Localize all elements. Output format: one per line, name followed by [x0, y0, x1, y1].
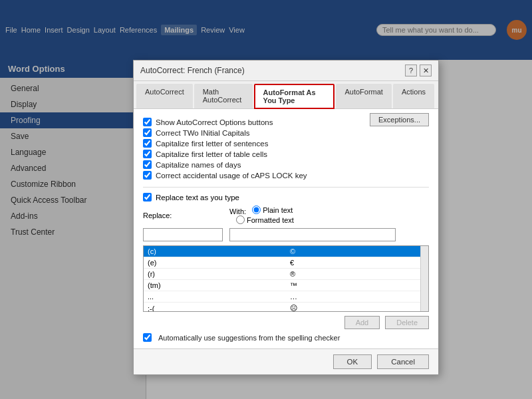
- replace-section: Replace text as you type Replace: With: …: [143, 187, 429, 342]
- tab-autoformat[interactable]: AutoFormat: [336, 84, 391, 108]
- dialog-footer: OK Cancel: [134, 348, 438, 374]
- checkbox-capitalize-sentences: Capitalize first letter of sentences: [143, 139, 307, 148]
- autocorrect-dialog: AutoCorrect: French (France) ? ✕ AutoCor…: [133, 60, 439, 375]
- add-button[interactable]: Add: [344, 316, 380, 329]
- replace-input[interactable]: [143, 228, 223, 241]
- checkbox-capitalize-table: Capitalize first letter of table cells: [143, 150, 307, 158]
- tab-autocorrect[interactable]: AutoCorrect: [136, 84, 193, 108]
- checkbox-capitalize-days: Capitalize names of days: [143, 160, 307, 169]
- suggestion-row: Automatically use suggestions from the s…: [143, 333, 429, 342]
- table-row-registered[interactable]: (r) ®: [144, 269, 428, 280]
- checkbox-capitalize-sentences-label: Capitalize first letter of sentences: [156, 140, 268, 148]
- table-cell-with: ©: [286, 246, 428, 257]
- tab-autoformat-as-you-type[interactable]: AutoFormat As You Type: [254, 84, 335, 109]
- cancel-button[interactable]: Cancel: [377, 354, 429, 369]
- dialog-title: AutoCorrect: French (France): [140, 66, 245, 75]
- table-cell-replace: (e): [144, 257, 286, 269]
- tab-actions[interactable]: Actions: [393, 84, 434, 108]
- delete-button[interactable]: Delete: [385, 316, 429, 329]
- checkboxes-group: Show AutoCorrect Options buttons Correct…: [143, 116, 307, 182]
- replace-table: (c) © (e) € (r) ® (tm) ™: [144, 246, 428, 312]
- table-cell-with: …: [286, 291, 428, 303]
- dialog-tab-bar: AutoCorrect Math AutoCorrect AutoFormat …: [134, 81, 438, 109]
- plain-text-option: Plain text: [252, 205, 293, 214]
- suggestion-label: Automatically use suggestions from the s…: [158, 334, 340, 342]
- autocorrect-checkboxes-section: Show AutoCorrect Options buttons Correct…: [143, 116, 429, 182]
- table-cell-with: ™: [286, 280, 428, 291]
- dialog-titlebar: AutoCorrect: French (France) ? ✕: [134, 61, 438, 81]
- checkbox-show-options: Show AutoCorrect Options buttons: [143, 118, 307, 126]
- table-row-copyright[interactable]: (c) ©: [144, 246, 428, 257]
- checkbox-caps-lock-input[interactable]: [143, 171, 152, 180]
- table-row-ellipsis[interactable]: ... …: [144, 291, 428, 303]
- dialog-close-button[interactable]: ✕: [420, 65, 432, 76]
- checkbox-caps-lock: Correct accidental usage of cAPS LOCK ke…: [143, 171, 307, 180]
- replace-labels-row: Replace: With: Plain text Formatted text: [143, 205, 429, 225]
- with-text: With:: [229, 207, 246, 215]
- replace-col-label: Replace:: [143, 211, 223, 219]
- replace-text-checkbox[interactable]: [143, 193, 152, 201]
- table-cell-with: ®: [286, 269, 428, 280]
- table-cell-with: ☹: [286, 303, 428, 313]
- exceptions-button[interactable]: Exceptions...: [370, 113, 429, 126]
- formatted-text-radio[interactable]: [236, 215, 245, 224]
- checkbox-capitalize-days-input[interactable]: [143, 160, 152, 169]
- dialog-titlebar-actions: ? ✕: [405, 65, 432, 76]
- checkbox-two-initials-label: Correct TWo INitial Capitals: [156, 129, 249, 137]
- with-col-label: With: Plain text Formatted text: [229, 205, 309, 225]
- table-cell-replace: ...: [144, 291, 286, 303]
- checkbox-capitalize-table-label: Capitalize first letter of table cells: [156, 150, 267, 158]
- add-delete-row: Add Delete: [143, 316, 429, 329]
- checkbox-show-options-label: Show AutoCorrect Options buttons: [156, 118, 273, 126]
- table-row-trademark[interactable]: (tm) ™: [144, 280, 428, 291]
- table-row-frown[interactable]: :-( ☹: [144, 303, 428, 313]
- table-cell-replace: (tm): [144, 280, 286, 291]
- plain-text-label: Plain text: [263, 206, 293, 214]
- replace-input-row: [143, 228, 429, 241]
- suggestion-checkbox[interactable]: [143, 333, 152, 342]
- table-cell-with: €: [286, 257, 428, 269]
- replace-table-container: (c) © (e) € (r) ® (tm) ™: [143, 245, 429, 312]
- ok-button[interactable]: OK: [333, 354, 372, 369]
- with-input[interactable]: [229, 228, 396, 241]
- checkbox-show-options-input[interactable]: [143, 118, 152, 126]
- table-cell-replace: :-(: [144, 303, 286, 313]
- checkbox-capitalize-days-label: Capitalize names of days: [156, 161, 241, 169]
- checkbox-two-initials: Correct TWo INitial Capitals: [143, 128, 307, 137]
- table-scrollbar[interactable]: [420, 246, 428, 311]
- formatted-text-option: Formatted text: [236, 215, 294, 224]
- checkbox-capitalize-table-input[interactable]: [143, 150, 152, 158]
- plain-text-radio[interactable]: [252, 205, 261, 214]
- replace-text-header: Replace text as you type: [143, 193, 429, 201]
- table-cell-replace: (r): [144, 269, 286, 280]
- table-cell-replace: (c): [144, 246, 286, 257]
- dialog-body: Show AutoCorrect Options buttons Correct…: [134, 109, 438, 348]
- replace-text-label: Replace text as you type: [156, 194, 239, 201]
- dialog-help-button[interactable]: ?: [405, 65, 417, 76]
- checkbox-capitalize-sentences-input[interactable]: [143, 139, 152, 148]
- checkboxes-and-exceptions: Show AutoCorrect Options buttons Correct…: [143, 116, 429, 182]
- formatted-text-label: Formatted text: [247, 216, 294, 224]
- checkbox-two-initials-input[interactable]: [143, 128, 152, 137]
- tab-math-autocorrect[interactable]: Math AutoCorrect: [194, 84, 253, 108]
- checkbox-caps-lock-label: Correct accidental usage of cAPS LOCK ke…: [156, 172, 307, 180]
- table-row-euro[interactable]: (e) €: [144, 257, 428, 269]
